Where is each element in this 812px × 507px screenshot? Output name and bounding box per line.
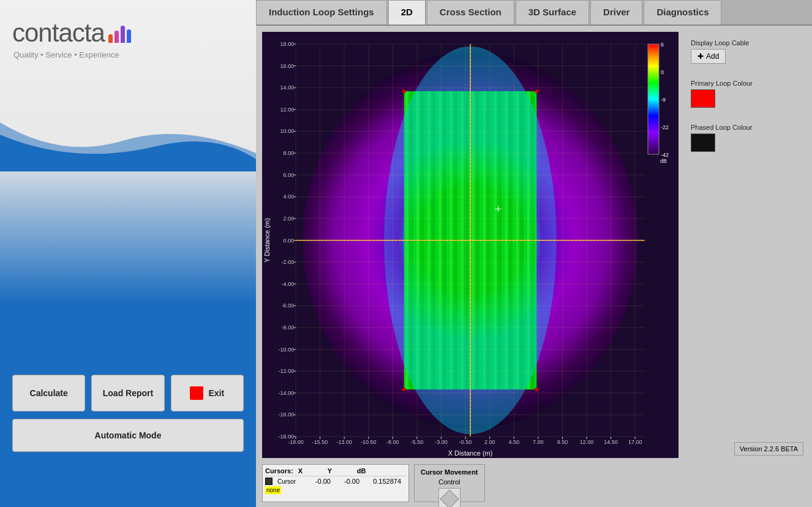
cursor-y: -0.00 xyxy=(344,478,368,485)
version-box: Version 2.2.6 BETA xyxy=(734,442,803,456)
cursor-table-header: Cursors: X Y dB xyxy=(265,467,406,476)
phased-loop-colour-swatch[interactable] xyxy=(691,133,715,152)
tab-induction-loop-settings[interactable]: Induction Loop Settings xyxy=(256,0,387,24)
calculate-button[interactable]: Calculate xyxy=(12,375,85,411)
exit-button[interactable]: Exit xyxy=(171,375,244,411)
cursor-movement-button[interactable] xyxy=(438,488,461,507)
cursor-name: Cursor xyxy=(277,478,310,485)
main-content: Display Loop Cable ✚ Add Primary Loop Co… xyxy=(256,26,812,464)
tab-3d-surface[interactable]: 3D Surface xyxy=(516,0,589,24)
logo-bar-4 xyxy=(127,29,131,43)
y-header: Y xyxy=(328,467,352,475)
main-buttons-row: Calculate Load Report Exit xyxy=(12,375,244,411)
tab-2d[interactable]: 2D xyxy=(388,0,426,24)
cursor-movement-control: Cursor Movement Control xyxy=(414,464,485,502)
cursor-db: 0.152874 xyxy=(373,478,406,485)
logo-bars xyxy=(108,26,131,43)
exit-red-square xyxy=(190,386,203,400)
wave-divider xyxy=(0,122,256,171)
primary-loop-colour-group: Primary Loop Colour xyxy=(686,75,803,113)
cursors-header-label: Cursors: xyxy=(265,467,293,475)
cursor-swatch xyxy=(265,478,273,485)
version-text: Version 2.2.6 BETA xyxy=(740,445,798,453)
automatic-mode-button[interactable]: Automatic Mode xyxy=(12,419,244,452)
primary-loop-colour-label: Primary Loop Colour xyxy=(691,80,799,87)
logo-tagline: Quality • Service • Experience xyxy=(12,50,244,59)
logo-bar-3 xyxy=(121,26,125,43)
display-loop-cable-group: Display Loop Cable ✚ Add xyxy=(686,34,803,69)
logo-bar-1 xyxy=(108,34,113,43)
bottom-buttons: Calculate Load Report Exit Automatic Mod… xyxy=(12,375,244,452)
cursor-table: Cursors: X Y dB Cursor -0.00 -0.00 0.152… xyxy=(262,464,409,502)
db-header: dB xyxy=(357,467,391,475)
x-header: X xyxy=(298,467,323,475)
add-button[interactable]: ✚ Add xyxy=(691,49,726,64)
phased-loop-colour-label: Phased Loop Colour xyxy=(691,124,799,131)
cursor-sublabel-row: none xyxy=(265,486,406,494)
phased-loop-colour-group: Phased Loop Colour xyxy=(686,119,803,157)
side-controls: Display Loop Cable ✚ Add Primary Loop Co… xyxy=(683,32,806,458)
tab-diagnostics[interactable]: Diagnostics xyxy=(644,0,721,24)
logo-text: contacta xyxy=(12,18,105,48)
cursor-sublabel: none xyxy=(265,486,281,494)
right-panel: Induction Loop Settings 2D Cross Section… xyxy=(256,0,812,507)
bottom-section: Cursors: X Y dB Cursor -0.00 -0.00 0.152… xyxy=(256,464,812,507)
logo-area: contacta Quality • Service • Experience xyxy=(0,0,256,66)
left-panel: contacta Quality • Service • Experience … xyxy=(0,0,256,507)
tab-bar: Induction Loop Settings 2D Cross Section… xyxy=(256,0,812,26)
primary-loop-colour-swatch[interactable] xyxy=(691,89,715,108)
tab-cross-section[interactable]: Cross Section xyxy=(427,0,514,24)
logo-bar-2 xyxy=(115,31,119,43)
heatmap-canvas[interactable] xyxy=(262,32,679,458)
cursor-movement-title: Cursor Movement xyxy=(421,468,478,476)
display-loop-cable-label: Display Loop Cable xyxy=(691,39,799,47)
diamond-icon xyxy=(440,489,459,507)
cursor-row: Cursor -0.00 -0.00 0.152874 xyxy=(265,478,406,485)
cursor-movement-subtitle: Control xyxy=(421,478,478,486)
tab-driver[interactable]: Driver xyxy=(590,0,642,24)
load-report-button[interactable]: Load Report xyxy=(91,375,164,411)
cursor-x: -0.00 xyxy=(315,478,339,485)
plus-icon: ✚ xyxy=(697,52,704,61)
